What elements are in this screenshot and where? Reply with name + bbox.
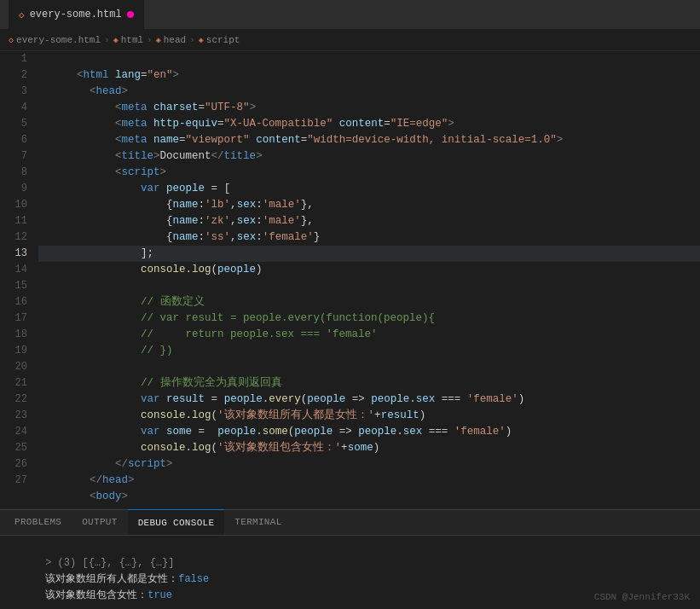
code-line-1: <html lang="en">: [38, 51, 700, 67]
file-icon: ◇: [19, 9, 25, 20]
console-line-1: > (3) [{…}, {…}, {…}]: [9, 539, 691, 555]
code-area: <html lang="en"> <head> <meta charset="U…: [34, 51, 700, 509]
line-num-26: 26: [0, 456, 27, 473]
line-num-15: 15: [0, 278, 27, 294]
line-num-2: 2: [0, 67, 27, 84]
code-line-20: // 操作数完全为真则返回真: [38, 359, 700, 375]
line-numbers: 1 2 3 4 5 6 7 8 9 10 11 12 13 14 15 16 1…: [0, 51, 34, 509]
line-num-19: 19: [0, 343, 27, 359]
tab-output[interactable]: OUTPUT: [72, 509, 127, 535]
console-content: > (3) [{…}, {…}, {…}] 该对象数组所有人都是女性：false…: [0, 536, 700, 591]
line-num-12: 12: [0, 229, 27, 246]
line-num-9: 9: [0, 181, 27, 197]
line-num-17: 17: [0, 310, 27, 327]
line-num-5: 5: [0, 116, 27, 132]
line-num-20: 20: [0, 359, 27, 375]
line-num-27: 27: [0, 473, 27, 489]
watermark: CSDN @Jennifer33K: [594, 592, 690, 602]
line-num-16: 16: [0, 294, 27, 310]
line-num-21: 21: [0, 375, 27, 392]
line-num-10: 10: [0, 197, 27, 213]
line-num-14: 14: [0, 262, 27, 278]
code-line-27: <body>: [38, 473, 700, 489]
line-num-22: 22: [0, 392, 27, 408]
line-num-1: 1: [0, 51, 27, 67]
line-num-24: 24: [0, 424, 27, 440]
tab-problems[interactable]: PROBLEMS: [4, 509, 72, 535]
breadcrumb: ◇ every-some.html › ◈ html › ◈ head › ◈ …: [0, 30, 700, 51]
file-tab[interactable]: ◇ every-some.html: [9, 0, 144, 30]
title-bar: ◇ every-some.html: [0, 0, 700, 30]
breadcrumb-html: ◈ html: [113, 35, 143, 45]
line-num-11: 11: [0, 213, 27, 229]
line-num-8: 8: [0, 165, 27, 181]
line-num-3: 3: [0, 84, 27, 100]
modified-indicator: [127, 11, 134, 18]
line-num-25: 25: [0, 440, 27, 456]
code-line-15: // 函数定义: [38, 278, 700, 294]
tab-debug-console[interactable]: DEBUG CONSOLE: [128, 509, 225, 535]
code-line-3: <meta charset="UTF-8">: [38, 84, 700, 100]
line-num-18: 18: [0, 327, 27, 343]
breadcrumb-script: ◈ script: [199, 35, 240, 45]
tab-label: every-some.html: [30, 9, 122, 20]
line-num-6: 6: [0, 132, 27, 148]
tab-terminal[interactable]: TERMINAL: [224, 509, 292, 535]
editor: 1 2 3 4 5 6 7 8 9 10 11 12 13 14 15 16 1…: [0, 51, 700, 509]
line-num-4: 4: [0, 100, 27, 116]
line-num-13: 13: [0, 246, 27, 262]
line-num-7: 7: [0, 148, 27, 165]
panel-tabs: PROBLEMS OUTPUT DEBUG CONSOLE TERMINAL: [0, 510, 700, 536]
line-num-23: 23: [0, 408, 27, 424]
breadcrumb-head: ◈ head: [156, 35, 186, 45]
breadcrumb-file: ◇ every-some.html: [9, 35, 101, 45]
